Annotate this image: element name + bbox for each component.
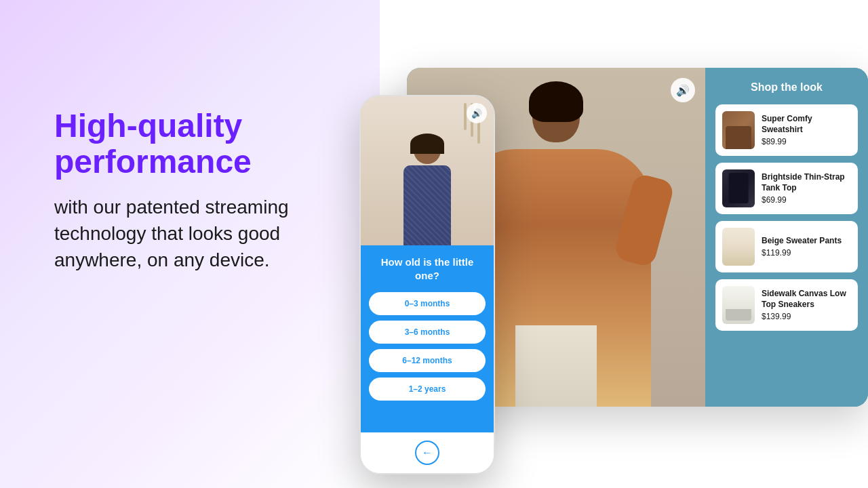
product-thumb-tanktop xyxy=(722,169,755,207)
phone-sound-button[interactable]: 🔊 xyxy=(467,103,487,123)
presenter-figure xyxy=(393,123,461,245)
product-thumb-sweatshirt xyxy=(722,111,755,149)
phone-quiz-area: How old is the little one? 0–3 months3–6… xyxy=(361,245,494,432)
product-info-sweatshirt: Super Comfy Sweatshirt$89.99 xyxy=(762,114,851,146)
quiz-question: How old is the little one? xyxy=(369,256,486,282)
product-price-pants: $119.99 xyxy=(762,248,851,258)
product-price-sneakers: $139.99 xyxy=(762,312,851,321)
presenter-body xyxy=(403,165,451,245)
tablet-sound-icon: 🔊 xyxy=(676,84,690,97)
phone-bottom-nav: ← xyxy=(361,432,494,473)
back-button[interactable]: ← xyxy=(415,441,439,465)
quiz-option-1[interactable]: 3–6 months xyxy=(369,321,486,344)
product-info-pants: Beige Sweater Pants$119.99 xyxy=(762,236,851,258)
shop-panel: Shop the look Super Comfy Sweatshirt$89.… xyxy=(705,68,868,407)
quiz-option-3[interactable]: 1–2 years xyxy=(369,378,486,401)
headline: High-quality performance xyxy=(54,108,353,180)
presenter-head xyxy=(414,137,441,164)
product-card-sneakers[interactable]: Sidewalk Canvas Low Top Sneakers$139.99 xyxy=(715,279,858,331)
product-thumb-sneakers xyxy=(722,286,755,324)
product-info-tanktop: Brightside Thin-Strap Tank Top$69.99 xyxy=(762,172,851,205)
tablet-sound-button[interactable]: 🔊 xyxy=(671,78,695,102)
product-name-sneakers: Sidewalk Canvas Low Top Sneakers xyxy=(762,289,851,310)
headline-line1: High-quality xyxy=(54,108,242,144)
product-card-sweatshirt[interactable]: Super Comfy Sweatshirt$89.99 xyxy=(715,104,858,156)
hair xyxy=(529,81,583,122)
product-thumb-pants xyxy=(722,228,755,266)
left-content: High-quality performance with our patent… xyxy=(54,108,353,273)
quiz-option-0[interactable]: 0–3 months xyxy=(369,292,486,315)
product-price-sweatshirt: $89.99 xyxy=(762,137,851,146)
product-price-tanktop: $69.99 xyxy=(762,195,851,205)
product-card-tanktop[interactable]: Brightside Thin-Strap Tank Top$69.99 xyxy=(715,163,858,214)
product-info-sneakers: Sidewalk Canvas Low Top Sneakers$139.99 xyxy=(762,289,851,321)
presenter-hair xyxy=(410,134,444,154)
headline-line2: performance xyxy=(54,144,252,180)
back-icon: ← xyxy=(422,447,433,459)
product-card-pants[interactable]: Beige Sweater Pants$119.99 xyxy=(715,221,858,272)
subtext: with our patented streaming technology t… xyxy=(54,194,353,274)
phone-sound-icon: 🔊 xyxy=(471,108,482,119)
product-name-sweatshirt: Super Comfy Sweatshirt xyxy=(762,114,851,135)
product-name-pants: Beige Sweater Pants xyxy=(762,236,851,247)
devices-area: 🔊 Shop the look Super Comfy Sweatshirt$8… xyxy=(339,0,868,488)
pants xyxy=(515,325,597,407)
phone-device: 🔊 How old is the little one? 0–3 months3… xyxy=(359,95,495,474)
quiz-options: 0–3 months3–6 months6–12 months1–2 years xyxy=(369,292,486,406)
product-name-tanktop: Brightside Thin-Strap Tank Top xyxy=(762,172,851,193)
decoration-3 xyxy=(464,103,467,130)
quiz-option-2[interactable]: 6–12 months xyxy=(369,349,486,372)
phone-video-area: 🔊 xyxy=(361,96,494,245)
product-list: Super Comfy Sweatshirt$89.99Brightside T… xyxy=(715,104,858,331)
shop-title: Shop the look xyxy=(715,81,858,94)
